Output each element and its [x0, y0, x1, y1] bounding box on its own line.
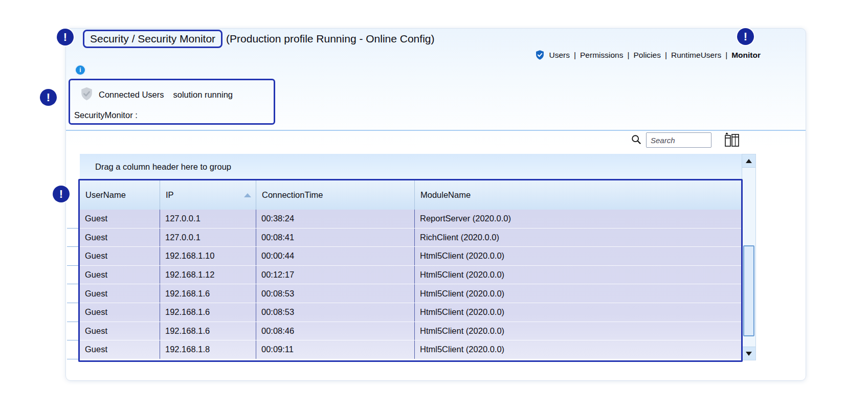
page-title-row: Security / Security Monitor (Production … — [83, 30, 434, 48]
cell-connectiontime: 00:08:53 — [256, 303, 415, 322]
page: Security / Security Monitor (Production … — [0, 0, 868, 411]
cell-ip: 192.168.1.6 — [160, 284, 256, 303]
table-row[interactable]: Guest 192.168.1.6 00:08:46 Html5Client (… — [80, 322, 742, 341]
scroll-down-icon — [746, 352, 752, 356]
cell-username: Guest — [80, 229, 160, 247]
cell-ip: 192.168.1.12 — [160, 266, 256, 284]
table-row[interactable]: Guest 192.168.1.10 00:00:44 Html5Client … — [80, 247, 742, 266]
cell-ip: 192.168.1.6 — [160, 322, 256, 340]
nav-separator: | — [627, 51, 629, 60]
connected-users-header: Connected Users solution running — [79, 86, 233, 103]
cell-modulename: RichClient (2020.0.0) — [415, 229, 742, 247]
nav-separator: | — [725, 51, 727, 60]
cell-modulename: Html5Client (2020.0.0) — [415, 340, 742, 359]
tab-users[interactable]: Users — [549, 51, 570, 60]
annotation-badge-title: ! — [57, 29, 74, 45]
cell-username: Guest — [80, 340, 160, 359]
scrollbar-thumb[interactable] — [743, 245, 754, 336]
search-input[interactable] — [646, 132, 711, 148]
row-gutter-mark — [67, 266, 79, 285]
cell-modulename: ReportServer (2020.0.0) — [415, 210, 742, 228]
row-gutter-mark — [67, 247, 79, 266]
group-by-drop-zone[interactable]: Drag a column header here to group — [80, 154, 742, 179]
shield-check-gray-icon — [79, 86, 99, 103]
table-row[interactable]: Guest 127.0.0.1 00:38:24 ReportServer (2… — [80, 210, 742, 229]
cell-username: Guest — [80, 247, 160, 265]
table-header-row: UserName IP ConnectionTime ModuleName — [80, 180, 742, 210]
tab-policies[interactable]: Policies — [633, 51, 660, 60]
cell-connectiontime: 00:08:41 — [256, 229, 415, 247]
column-header-username[interactable]: UserName — [80, 180, 160, 210]
column-header-ip[interactable]: IP — [160, 180, 256, 210]
cell-modulename: Html5Client (2020.0.0) — [415, 247, 742, 265]
vertical-scrollbar[interactable] — [742, 154, 756, 360]
row-gutter-mark — [67, 229, 79, 247]
cell-ip: 127.0.0.1 — [160, 210, 256, 228]
table-row[interactable]: Guest 127.0.0.1 00:08:41 RichClient (202… — [80, 229, 742, 247]
row-gutter — [67, 210, 79, 359]
cell-connectiontime: 00:09:11 — [256, 340, 415, 359]
row-gutter-mark — [67, 322, 79, 341]
column-header-label: IP — [166, 190, 174, 200]
annotation-badge-status: ! — [40, 89, 57, 106]
horizontal-divider — [66, 130, 806, 131]
solution-state-label: solution running — [173, 90, 233, 100]
shield-check-icon — [535, 50, 545, 60]
cell-connectiontime: 00:08:46 — [256, 322, 415, 340]
cell-username: Guest — [80, 322, 160, 340]
connected-users-label: Connected Users — [99, 90, 164, 100]
tab-monitor[interactable]: Monitor — [731, 51, 761, 60]
column-chooser-icon[interactable] — [724, 131, 740, 148]
cell-ip: 127.0.0.1 — [160, 229, 256, 247]
cell-modulename: Html5Client (2020.0.0) — [415, 303, 742, 322]
connected-users-panel: Connected Users solution running Securit… — [69, 79, 275, 125]
row-gutter-mark — [67, 340, 79, 359]
tab-permissions[interactable]: Permissions — [580, 51, 623, 60]
security-monitor-panel: Security / Security Monitor (Production … — [65, 28, 806, 381]
cell-modulename: Html5Client (2020.0.0) — [415, 322, 742, 340]
nav-separator: | — [665, 51, 667, 60]
info-icon[interactable]: i — [76, 65, 85, 75]
cell-connectiontime: 00:00:44 — [256, 247, 415, 265]
annotation-badge-table: ! — [53, 186, 70, 202]
cell-username: Guest — [80, 303, 160, 322]
row-gutter-mark — [67, 303, 79, 322]
sort-ascending-icon — [244, 193, 251, 197]
cell-ip: 192.168.1.8 — [160, 340, 256, 359]
table-row[interactable]: Guest 192.168.1.6 00:08:53 Html5Client (… — [80, 303, 742, 322]
row-gutter-mark — [67, 284, 79, 303]
cell-connectiontime: 00:12:17 — [256, 266, 415, 284]
table-row[interactable]: Guest 192.168.1.6 00:08:53 Html5Client (… — [80, 284, 742, 303]
cell-username: Guest — [80, 210, 160, 228]
security-tabs: Users | Permissions | Policies | Runtime… — [535, 50, 761, 60]
cell-ip: 192.168.1.6 — [160, 303, 256, 322]
page-title: Security / Security Monitor — [83, 30, 222, 48]
page-subtitle: (Production profile Running - Online Con… — [226, 33, 434, 45]
column-header-label: ConnectionTime — [262, 190, 323, 200]
cell-connectiontime: 00:38:24 — [256, 210, 415, 228]
search-icon — [631, 134, 642, 145]
table-row[interactable]: Guest 192.168.1.8 00:09:11 Html5Client (… — [80, 340, 742, 359]
scroll-up-icon — [746, 159, 752, 163]
annotation-badge-tabs: ! — [737, 28, 754, 45]
cell-username: Guest — [80, 266, 160, 284]
table-row[interactable]: Guest 192.168.1.12 00:12:17 Html5Client … — [80, 266, 742, 285]
row-gutter-mark — [67, 210, 79, 229]
nav-separator: | — [574, 51, 576, 60]
scroll-up-button[interactable] — [742, 154, 755, 168]
column-header-label: ModuleName — [420, 190, 471, 200]
group-hint-label: Drag a column header here to group — [95, 162, 231, 172]
cell-ip: 192.168.1.10 — [160, 247, 256, 265]
column-header-modulename[interactable]: ModuleName — [415, 180, 742, 210]
cell-modulename: Html5Client (2020.0.0) — [415, 266, 742, 284]
column-header-label: UserName — [85, 190, 126, 200]
scroll-down-button[interactable] — [742, 347, 755, 360]
cell-connectiontime: 00:08:53 — [256, 284, 415, 303]
column-header-connectiontime[interactable]: ConnectionTime — [256, 180, 415, 210]
cell-username: Guest — [80, 284, 160, 303]
cell-modulename: Html5Client (2020.0.0) — [415, 284, 742, 303]
table-body: Guest 127.0.0.1 00:38:24 ReportServer (2… — [80, 210, 742, 359]
tab-runtimeusers[interactable]: RuntimeUsers — [671, 51, 721, 60]
security-monitor-label: SecurityMonitor : — [74, 110, 138, 120]
